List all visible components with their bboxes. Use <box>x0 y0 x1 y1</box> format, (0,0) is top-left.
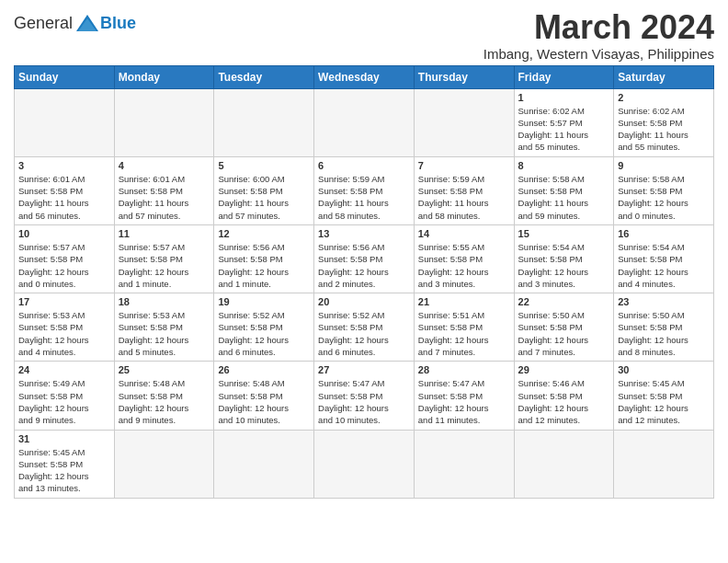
calendar-cell: 1Sunrise: 6:02 AMSunset: 5:57 PMDaylight… <box>514 88 614 156</box>
day-info: Sunrise: 5:47 AMSunset: 5:58 PMDaylight:… <box>418 377 510 426</box>
day-number: 19 <box>218 296 310 307</box>
page-header: General Blue March 2024 Imbang, Western … <box>14 9 714 62</box>
day-info: Sunrise: 5:48 AMSunset: 5:58 PMDaylight:… <box>218 377 310 426</box>
calendar-cell: 31Sunrise: 5:45 AMSunset: 5:58 PMDayligh… <box>15 430 115 498</box>
calendar-cell <box>314 430 415 498</box>
calendar-cell: 9Sunrise: 5:58 AMSunset: 5:58 PMDaylight… <box>614 156 714 224</box>
day-number: 28 <box>418 364 510 375</box>
calendar-week-1: 1Sunrise: 6:02 AMSunset: 5:57 PMDaylight… <box>15 88 714 156</box>
day-number: 17 <box>18 296 110 307</box>
calendar-cell <box>114 88 214 156</box>
day-info: Sunrise: 5:52 AMSunset: 5:58 PMDaylight:… <box>318 309 410 358</box>
calendar-cell: 5Sunrise: 6:00 AMSunset: 5:58 PMDaylight… <box>214 156 314 224</box>
calendar-cell: 12Sunrise: 5:56 AMSunset: 5:58 PMDayligh… <box>214 224 314 293</box>
title-section: March 2024 Imbang, Western Visayas, Phil… <box>483 9 714 62</box>
calendar-cell: 25Sunrise: 5:48 AMSunset: 5:58 PMDayligh… <box>114 362 214 430</box>
day-info: Sunrise: 5:50 AMSunset: 5:58 PMDaylight:… <box>518 309 610 358</box>
logo-icon <box>74 13 100 33</box>
day-number: 6 <box>318 160 410 171</box>
weekday-header-friday: Friday <box>514 65 614 88</box>
day-info: Sunrise: 6:02 AMSunset: 5:57 PMDaylight:… <box>518 105 610 154</box>
calendar-cell <box>414 88 514 156</box>
calendar-cell: 16Sunrise: 5:54 AMSunset: 5:58 PMDayligh… <box>614 224 714 293</box>
day-number: 22 <box>518 296 610 307</box>
weekday-header-sunday: Sunday <box>15 65 115 88</box>
calendar-cell: 22Sunrise: 5:50 AMSunset: 5:58 PMDayligh… <box>514 293 614 362</box>
calendar-cell <box>614 430 714 498</box>
day-number: 18 <box>119 296 210 307</box>
day-number: 9 <box>618 160 710 171</box>
day-number: 25 <box>119 364 210 375</box>
day-number: 12 <box>218 228 310 239</box>
day-info: Sunrise: 5:47 AMSunset: 5:58 PMDaylight:… <box>318 377 410 426</box>
day-number: 3 <box>18 160 110 171</box>
calendar-cell: 19Sunrise: 5:52 AMSunset: 5:58 PMDayligh… <box>214 293 314 362</box>
day-info: Sunrise: 5:55 AMSunset: 5:58 PMDaylight:… <box>418 241 510 290</box>
day-number: 5 <box>218 160 310 171</box>
day-number: 11 <box>119 228 210 239</box>
day-info: Sunrise: 5:57 AMSunset: 5:58 PMDaylight:… <box>18 241 110 290</box>
calendar-cell: 30Sunrise: 5:45 AMSunset: 5:58 PMDayligh… <box>614 362 714 430</box>
calendar-week-2: 3Sunrise: 6:01 AMSunset: 5:58 PMDaylight… <box>15 156 714 224</box>
day-info: Sunrise: 5:54 AMSunset: 5:58 PMDaylight:… <box>618 241 710 290</box>
calendar-cell <box>514 430 614 498</box>
day-info: Sunrise: 5:49 AMSunset: 5:58 PMDaylight:… <box>18 377 110 426</box>
day-number: 27 <box>318 364 410 375</box>
day-number: 1 <box>518 92 610 103</box>
calendar-week-6: 31Sunrise: 5:45 AMSunset: 5:58 PMDayligh… <box>15 430 714 498</box>
day-info: Sunrise: 5:51 AMSunset: 5:58 PMDaylight:… <box>418 309 510 358</box>
calendar-cell: 2Sunrise: 6:02 AMSunset: 5:58 PMDaylight… <box>614 88 714 156</box>
day-number: 2 <box>618 92 710 103</box>
day-info: Sunrise: 5:57 AMSunset: 5:58 PMDaylight:… <box>119 241 210 290</box>
day-number: 26 <box>218 364 310 375</box>
day-info: Sunrise: 5:53 AMSunset: 5:58 PMDaylight:… <box>18 309 110 358</box>
logo-text-general: General <box>14 14 73 33</box>
calendar-cell: 29Sunrise: 5:46 AMSunset: 5:58 PMDayligh… <box>514 362 614 430</box>
day-info: Sunrise: 6:00 AMSunset: 5:58 PMDaylight:… <box>218 173 310 222</box>
day-number: 20 <box>318 296 410 307</box>
day-number: 4 <box>119 160 210 171</box>
day-info: Sunrise: 5:58 AMSunset: 5:58 PMDaylight:… <box>618 173 710 222</box>
day-info: Sunrise: 6:01 AMSunset: 5:58 PMDaylight:… <box>119 173 210 222</box>
calendar-cell <box>15 88 115 156</box>
logo-text-blue: Blue <box>100 14 136 33</box>
day-info: Sunrise: 5:50 AMSunset: 5:58 PMDaylight:… <box>618 309 710 358</box>
calendar-cell <box>214 430 314 498</box>
calendar-cell: 7Sunrise: 5:59 AMSunset: 5:58 PMDaylight… <box>414 156 514 224</box>
day-number: 30 <box>618 364 710 375</box>
day-number: 10 <box>18 228 110 239</box>
calendar-cell: 26Sunrise: 5:48 AMSunset: 5:58 PMDayligh… <box>214 362 314 430</box>
day-info: Sunrise: 5:45 AMSunset: 5:58 PMDaylight:… <box>618 377 710 426</box>
calendar-cell: 20Sunrise: 5:52 AMSunset: 5:58 PMDayligh… <box>314 293 415 362</box>
day-info: Sunrise: 5:52 AMSunset: 5:58 PMDaylight:… <box>218 309 310 358</box>
weekday-header-tuesday: Tuesday <box>214 65 314 88</box>
calendar-cell: 6Sunrise: 5:59 AMSunset: 5:58 PMDaylight… <box>314 156 415 224</box>
calendar-cell: 18Sunrise: 5:53 AMSunset: 5:58 PMDayligh… <box>114 293 214 362</box>
day-info: Sunrise: 5:54 AMSunset: 5:58 PMDaylight:… <box>518 241 610 290</box>
day-info: Sunrise: 5:59 AMSunset: 5:58 PMDaylight:… <box>318 173 410 222</box>
calendar-cell: 17Sunrise: 5:53 AMSunset: 5:58 PMDayligh… <box>15 293 115 362</box>
day-info: Sunrise: 5:48 AMSunset: 5:58 PMDaylight:… <box>119 377 210 426</box>
weekday-header-saturday: Saturday <box>614 65 714 88</box>
calendar-cell: 10Sunrise: 5:57 AMSunset: 5:58 PMDayligh… <box>15 224 115 293</box>
calendar-cell: 8Sunrise: 5:58 AMSunset: 5:58 PMDaylight… <box>514 156 614 224</box>
day-number: 7 <box>418 160 510 171</box>
calendar-cell <box>314 88 415 156</box>
weekday-header-thursday: Thursday <box>414 65 514 88</box>
weekday-header-row: SundayMondayTuesdayWednesdayThursdayFrid… <box>15 65 714 88</box>
calendar-cell: 27Sunrise: 5:47 AMSunset: 5:58 PMDayligh… <box>314 362 415 430</box>
calendar-cell: 21Sunrise: 5:51 AMSunset: 5:58 PMDayligh… <box>414 293 514 362</box>
day-info: Sunrise: 5:59 AMSunset: 5:58 PMDaylight:… <box>418 173 510 222</box>
calendar-cell: 11Sunrise: 5:57 AMSunset: 5:58 PMDayligh… <box>114 224 214 293</box>
calendar-cell: 13Sunrise: 5:56 AMSunset: 5:58 PMDayligh… <box>314 224 415 293</box>
calendar-week-3: 10Sunrise: 5:57 AMSunset: 5:58 PMDayligh… <box>15 224 714 293</box>
day-number: 15 <box>518 228 610 239</box>
calendar-cell: 3Sunrise: 6:01 AMSunset: 5:58 PMDaylight… <box>15 156 115 224</box>
calendar-cell <box>214 88 314 156</box>
day-number: 31 <box>18 433 110 444</box>
day-info: Sunrise: 5:58 AMSunset: 5:58 PMDaylight:… <box>518 173 610 222</box>
calendar-cell <box>114 430 214 498</box>
day-info: Sunrise: 6:01 AMSunset: 5:58 PMDaylight:… <box>18 173 110 222</box>
day-number: 21 <box>418 296 510 307</box>
logo: General Blue <box>14 13 136 33</box>
